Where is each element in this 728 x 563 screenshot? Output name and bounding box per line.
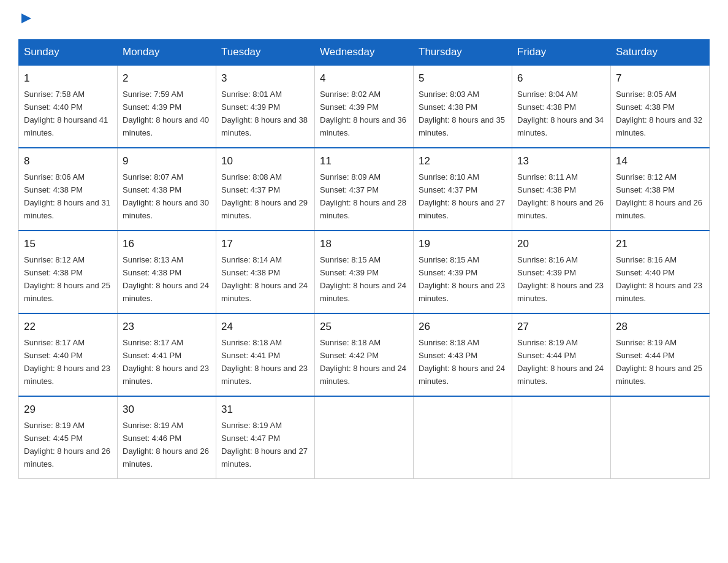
day-info: Sunrise: 8:18 AMSunset: 4:42 PMDaylight:… bbox=[320, 338, 406, 386]
calendar-cell: 6Sunrise: 8:04 AMSunset: 4:38 PMDaylight… bbox=[512, 65, 611, 148]
calendar-week-row: 29Sunrise: 8:19 AMSunset: 4:45 PMDayligh… bbox=[19, 396, 710, 479]
calendar-cell: 8Sunrise: 8:06 AMSunset: 4:38 PMDaylight… bbox=[19, 148, 118, 231]
day-info: Sunrise: 8:12 AMSunset: 4:38 PMDaylight:… bbox=[616, 172, 702, 220]
day-number: 1 bbox=[24, 71, 112, 86]
day-info: Sunrise: 8:12 AMSunset: 4:38 PMDaylight:… bbox=[24, 255, 110, 303]
calendar-cell: 9Sunrise: 8:07 AMSunset: 4:38 PMDaylight… bbox=[118, 148, 216, 231]
day-header-saturday: Saturday bbox=[611, 40, 710, 66]
logo-arrow-icon bbox=[20, 12, 32, 25]
calendar-cell: 17Sunrise: 8:14 AMSunset: 4:38 PMDayligh… bbox=[216, 231, 315, 313]
day-info: Sunrise: 8:15 AMSunset: 4:39 PMDaylight:… bbox=[419, 255, 505, 303]
day-number: 3 bbox=[221, 71, 309, 86]
calendar-cell: 15Sunrise: 8:12 AMSunset: 4:38 PMDayligh… bbox=[19, 231, 118, 313]
day-header-monday: Monday bbox=[118, 40, 216, 66]
day-info: Sunrise: 8:13 AMSunset: 4:38 PMDaylight:… bbox=[123, 255, 209, 303]
day-number: 26 bbox=[419, 319, 507, 335]
day-number: 27 bbox=[517, 319, 605, 335]
calendar-cell bbox=[315, 396, 414, 479]
day-info: Sunrise: 7:58 AMSunset: 4:40 PMDaylight:… bbox=[24, 90, 108, 137]
day-number: 29 bbox=[24, 402, 112, 418]
day-info: Sunrise: 8:18 AMSunset: 4:41 PMDaylight:… bbox=[221, 338, 308, 386]
day-info: Sunrise: 8:01 AMSunset: 4:39 PMDaylight:… bbox=[221, 90, 308, 137]
svg-marker-0 bbox=[21, 13, 31, 23]
calendar-cell: 23Sunrise: 8:17 AMSunset: 4:41 PMDayligh… bbox=[118, 313, 216, 396]
calendar-cell: 3Sunrise: 8:01 AMSunset: 4:39 PMDaylight… bbox=[216, 65, 315, 148]
day-number: 15 bbox=[24, 236, 112, 252]
calendar-week-row: 15Sunrise: 8:12 AMSunset: 4:38 PMDayligh… bbox=[19, 231, 710, 313]
day-info: Sunrise: 8:18 AMSunset: 4:43 PMDaylight:… bbox=[419, 338, 505, 386]
day-info: Sunrise: 8:03 AMSunset: 4:38 PMDaylight:… bbox=[419, 90, 505, 137]
day-number: 17 bbox=[221, 236, 309, 252]
day-number: 18 bbox=[320, 236, 408, 252]
day-info: Sunrise: 8:14 AMSunset: 4:38 PMDaylight:… bbox=[221, 255, 308, 303]
day-number: 6 bbox=[517, 71, 605, 86]
calendar-week-row: 8Sunrise: 8:06 AMSunset: 4:38 PMDaylight… bbox=[19, 148, 710, 231]
calendar-cell: 16Sunrise: 8:13 AMSunset: 4:38 PMDayligh… bbox=[118, 231, 216, 313]
day-info: Sunrise: 7:59 AMSunset: 4:39 PMDaylight:… bbox=[123, 90, 209, 137]
day-info: Sunrise: 8:16 AMSunset: 4:39 PMDaylight:… bbox=[517, 255, 604, 303]
day-info: Sunrise: 8:11 AMSunset: 4:38 PMDaylight:… bbox=[517, 172, 604, 220]
day-header-sunday: Sunday bbox=[19, 40, 118, 66]
calendar-cell: 5Sunrise: 8:03 AMSunset: 4:38 PMDaylight… bbox=[414, 65, 512, 148]
calendar-table: SundayMondayTuesdayWednesdayThursdayFrid… bbox=[18, 39, 710, 479]
calendar-cell: 11Sunrise: 8:09 AMSunset: 4:37 PMDayligh… bbox=[315, 148, 414, 231]
day-header-wednesday: Wednesday bbox=[315, 40, 414, 66]
day-header-tuesday: Tuesday bbox=[216, 40, 315, 66]
day-number: 21 bbox=[616, 236, 704, 252]
day-info: Sunrise: 8:19 AMSunset: 4:47 PMDaylight:… bbox=[221, 421, 308, 469]
calendar-cell: 12Sunrise: 8:10 AMSunset: 4:37 PMDayligh… bbox=[414, 148, 512, 231]
day-number: 12 bbox=[419, 153, 507, 169]
day-number: 23 bbox=[123, 319, 211, 335]
calendar-cell: 22Sunrise: 8:17 AMSunset: 4:40 PMDayligh… bbox=[19, 313, 118, 396]
calendar-cell bbox=[512, 396, 611, 479]
calendar-cell: 4Sunrise: 8:02 AMSunset: 4:39 PMDaylight… bbox=[315, 65, 414, 148]
calendar-cell: 1Sunrise: 7:58 AMSunset: 4:40 PMDaylight… bbox=[19, 65, 118, 148]
calendar-cell: 2Sunrise: 7:59 AMSunset: 4:39 PMDaylight… bbox=[118, 65, 216, 148]
day-number: 9 bbox=[123, 153, 211, 169]
day-number: 2 bbox=[123, 71, 211, 86]
calendar-cell: 28Sunrise: 8:19 AMSunset: 4:44 PMDayligh… bbox=[611, 313, 710, 396]
calendar-cell: 14Sunrise: 8:12 AMSunset: 4:38 PMDayligh… bbox=[611, 148, 710, 231]
day-info: Sunrise: 8:19 AMSunset: 4:44 PMDaylight:… bbox=[616, 338, 702, 386]
day-number: 24 bbox=[221, 319, 309, 335]
day-info: Sunrise: 8:09 AMSunset: 4:37 PMDaylight:… bbox=[320, 172, 406, 220]
day-header-friday: Friday bbox=[512, 40, 611, 66]
calendar-cell: 26Sunrise: 8:18 AMSunset: 4:43 PMDayligh… bbox=[414, 313, 512, 396]
day-number: 7 bbox=[616, 71, 704, 86]
calendar-cell: 27Sunrise: 8:19 AMSunset: 4:44 PMDayligh… bbox=[512, 313, 611, 396]
calendar-cell: 19Sunrise: 8:15 AMSunset: 4:39 PMDayligh… bbox=[414, 231, 512, 313]
calendar-cell: 18Sunrise: 8:15 AMSunset: 4:39 PMDayligh… bbox=[315, 231, 414, 313]
calendar-cell: 25Sunrise: 8:18 AMSunset: 4:42 PMDayligh… bbox=[315, 313, 414, 396]
calendar-cell: 10Sunrise: 8:08 AMSunset: 4:37 PMDayligh… bbox=[216, 148, 315, 231]
calendar-cell: 21Sunrise: 8:16 AMSunset: 4:40 PMDayligh… bbox=[611, 231, 710, 313]
day-info: Sunrise: 8:17 AMSunset: 4:40 PMDaylight:… bbox=[24, 338, 110, 386]
day-info: Sunrise: 8:02 AMSunset: 4:39 PMDaylight:… bbox=[320, 90, 406, 137]
day-number: 31 bbox=[221, 402, 309, 418]
logo bbox=[18, 12, 32, 27]
day-number: 30 bbox=[123, 402, 211, 418]
page-header bbox=[18, 12, 710, 27]
calendar-week-row: 22Sunrise: 8:17 AMSunset: 4:40 PMDayligh… bbox=[19, 313, 710, 396]
day-info: Sunrise: 8:05 AMSunset: 4:38 PMDaylight:… bbox=[616, 90, 702, 137]
day-number: 13 bbox=[517, 153, 605, 169]
day-info: Sunrise: 8:06 AMSunset: 4:38 PMDaylight:… bbox=[24, 172, 110, 220]
day-info: Sunrise: 8:07 AMSunset: 4:38 PMDaylight:… bbox=[123, 172, 209, 220]
calendar-header-row: SundayMondayTuesdayWednesdayThursdayFrid… bbox=[19, 40, 710, 66]
day-info: Sunrise: 8:16 AMSunset: 4:40 PMDaylight:… bbox=[616, 255, 702, 303]
calendar-cell: 20Sunrise: 8:16 AMSunset: 4:39 PMDayligh… bbox=[512, 231, 611, 313]
day-number: 10 bbox=[221, 153, 309, 169]
day-info: Sunrise: 8:19 AMSunset: 4:44 PMDaylight:… bbox=[517, 338, 604, 386]
calendar-cell: 31Sunrise: 8:19 AMSunset: 4:47 PMDayligh… bbox=[216, 396, 315, 479]
day-number: 28 bbox=[616, 319, 704, 335]
calendar-cell: 13Sunrise: 8:11 AMSunset: 4:38 PMDayligh… bbox=[512, 148, 611, 231]
day-info: Sunrise: 8:19 AMSunset: 4:46 PMDaylight:… bbox=[123, 421, 209, 469]
day-info: Sunrise: 8:15 AMSunset: 4:39 PMDaylight:… bbox=[320, 255, 406, 303]
calendar-cell: 30Sunrise: 8:19 AMSunset: 4:46 PMDayligh… bbox=[118, 396, 216, 479]
calendar-cell bbox=[611, 396, 710, 479]
day-number: 22 bbox=[24, 319, 112, 335]
day-info: Sunrise: 8:10 AMSunset: 4:37 PMDaylight:… bbox=[419, 172, 505, 220]
day-number: 16 bbox=[123, 236, 211, 252]
day-number: 4 bbox=[320, 71, 408, 86]
day-number: 5 bbox=[419, 71, 507, 86]
day-info: Sunrise: 8:19 AMSunset: 4:45 PMDaylight:… bbox=[24, 421, 110, 469]
